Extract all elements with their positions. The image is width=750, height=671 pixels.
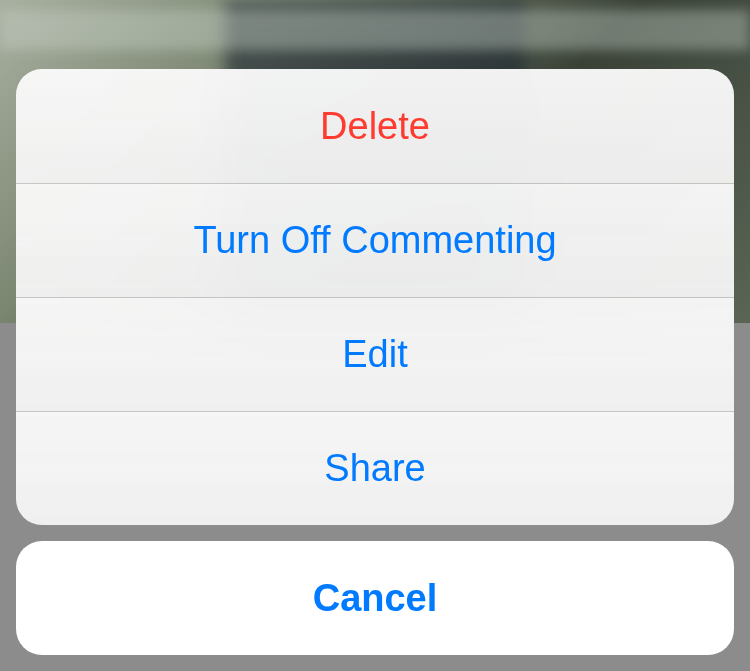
share-button[interactable]: Share [16,411,734,525]
edit-button[interactable]: Edit [16,297,734,411]
delete-button[interactable]: Delete [16,69,734,183]
action-sheet: Delete Turn Off Commenting Edit Share Ca… [16,69,734,655]
cancel-group: Cancel [16,541,734,655]
cancel-button[interactable]: Cancel [16,541,734,655]
action-options-group: Delete Turn Off Commenting Edit Share [16,69,734,525]
turn-off-commenting-button[interactable]: Turn Off Commenting [16,183,734,297]
